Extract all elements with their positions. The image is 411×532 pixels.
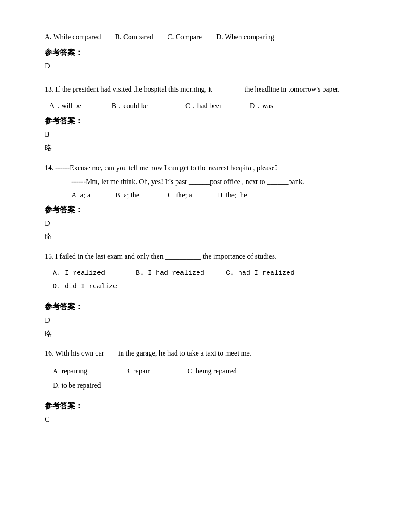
q15-options-row1: A. I realized B. I had realized C. had I… <box>53 267 375 280</box>
answer-label-prev: 参考答案： <box>45 46 375 59</box>
q16-options-row1: A. repairing B. repair C. being repaired <box>53 364 375 378</box>
q15-body: I failed in the last exam and only then … <box>55 252 277 260</box>
q13-opt-c: C．had been <box>185 102 223 109</box>
q15-opt-a: A. I realized <box>53 269 105 277</box>
question-16: 16. With his own car ___ in the garage, … <box>45 347 375 425</box>
q14-opt-a: A. a; a <box>71 191 90 199</box>
q13-opt-d: D．was <box>250 102 273 109</box>
q16-text: 16. With his own car ___ in the garage, … <box>45 347 375 359</box>
q16-number: 16. <box>45 349 54 357</box>
question-13: 13. If the president had visited the hos… <box>45 83 375 153</box>
option-a: A. While compared <box>45 33 101 41</box>
q15-note: 略 <box>45 328 375 339</box>
q16-options-row2: D. to be repaired <box>53 378 375 393</box>
q15-options: A. I realized B. I had realized C. had I… <box>53 267 375 293</box>
answer-label-15: 参考答案： <box>45 301 375 313</box>
q16-opt-c: C. being repaired <box>187 367 237 375</box>
q14-part2: ------Mm, let me think. Oh, yes! It's pa… <box>71 176 375 188</box>
q14-sub-options: A. a; a B. a; the C. the; a D. the; the <box>71 189 375 201</box>
q14-opt-c: C. the; a <box>168 191 192 199</box>
q13-note: 略 <box>45 142 375 154</box>
q15-options-row2: D. did I realize <box>53 280 375 293</box>
q15-opt-c: C. had I realized <box>226 269 294 277</box>
answer-value-15: D <box>45 314 375 326</box>
question-14: 14. ------Excuse me, can you tell me how… <box>45 162 375 242</box>
q14-text: 14. ------Excuse me, can you tell me how… <box>45 162 375 174</box>
q14-opt-b: B. a; the <box>115 191 139 199</box>
answer-value-13: B <box>45 129 375 140</box>
answer-label-16: 参考答案： <box>45 400 375 412</box>
option-c: C. Compare <box>168 33 202 41</box>
q14-number: 14. <box>45 164 54 172</box>
q16-opt-a: A. repairing <box>53 367 87 375</box>
answer-label-14: 参考答案： <box>45 204 375 216</box>
q15-number: 15. <box>45 252 54 260</box>
prev-options-line: A. While compared B. Compared C. Compare… <box>45 31 375 43</box>
q13-options: A．will be B．could be C．had been D．was <box>49 100 375 112</box>
q15-text: 15. I failed in the last exam and only t… <box>45 250 375 262</box>
option-d: D. When comparing <box>216 33 274 41</box>
q16-body: With his own car ___ in the garage, he h… <box>55 349 252 357</box>
answer-label-13: 参考答案： <box>45 115 375 127</box>
q15-opt-d: D. did I realize <box>53 283 117 290</box>
q15-opt-b: B. I had realized <box>136 269 204 277</box>
q16-opt-d: D. to be repaired <box>53 381 101 389</box>
q13-opt-b: B．could be <box>112 102 148 109</box>
q14-part1: ------Excuse me, can you tell me how I c… <box>55 164 278 172</box>
q16-opt-b: B. repair <box>125 367 150 375</box>
q13-body: If the president had visited the hospita… <box>55 85 340 93</box>
q13-number: 13. <box>45 85 54 93</box>
q14-note: 略 <box>45 230 375 242</box>
q13-text: 13. If the president had visited the hos… <box>45 83 375 95</box>
option-b: B. Compared <box>115 33 153 41</box>
q13-opt-a: A．will be <box>49 102 81 109</box>
answer-value-16: C <box>45 414 375 425</box>
q14-opt-d: D. the; the <box>217 191 247 199</box>
answer-value-prev: D <box>45 60 375 72</box>
question-prev: A. While compared B. Compared C. Compare… <box>45 31 375 71</box>
question-15: 15. I failed in the last exam and only t… <box>45 250 375 339</box>
answer-value-14: D <box>45 218 375 229</box>
q16-options: A. repairing B. repair C. being repaired… <box>53 364 375 393</box>
